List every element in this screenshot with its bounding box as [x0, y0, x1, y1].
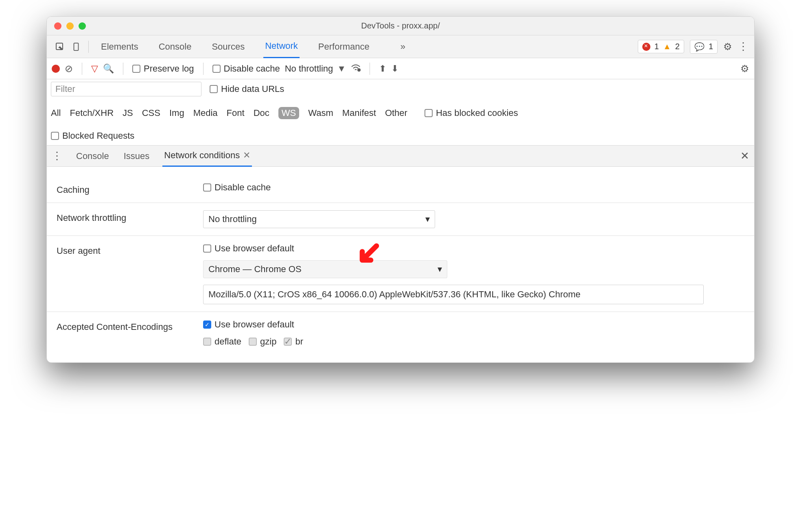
search-icon[interactable]: 🔍 — [103, 63, 114, 74]
enc-br-checkbox[interactable]: ✓br — [284, 336, 303, 347]
tab-network[interactable]: Network — [263, 35, 300, 58]
clear-icon[interactable]: ⊘ — [65, 63, 73, 74]
titlebar: DevTools - proxx.app/ — [47, 17, 754, 35]
hide-data-urls-checkbox[interactable]: Hide data URLs — [210, 84, 284, 94]
more-tabs-icon[interactable]: » — [400, 41, 405, 52]
tab-performance[interactable]: Performance — [317, 36, 371, 58]
filter-fetchxhr[interactable]: Fetch/XHR — [70, 108, 114, 118]
filter-manifest[interactable]: Manifest — [342, 108, 376, 118]
network-conditions-panel: Caching Disable cache Network throttling… — [47, 167, 754, 362]
drawer-tab-issues[interactable]: Issues — [122, 146, 151, 166]
kebab-menu-icon[interactable]: ⋮ — [738, 40, 749, 53]
filter-js[interactable]: JS — [123, 108, 133, 118]
filter-other[interactable]: Other — [385, 108, 407, 118]
svg-point-2 — [358, 69, 360, 71]
ua-use-default-checkbox[interactable]: Use browser default — [203, 243, 744, 254]
disable-cache-checkbox[interactable]: Disable cache — [212, 63, 280, 74]
tab-sources[interactable]: Sources — [210, 36, 246, 58]
export-har-icon[interactable]: ⬇ — [391, 63, 398, 74]
window-title: DevTools - proxx.app/ — [47, 21, 754, 31]
svg-rect-1 — [74, 43, 79, 50]
throttling-label: Network throttling — [57, 210, 203, 228]
main-tabstrip: Elements Console Sources Network Perform… — [47, 35, 754, 58]
import-har-icon[interactable]: ⬆ — [379, 63, 386, 74]
network-settings-icon[interactable]: ⚙ — [740, 63, 749, 74]
chevron-down-icon: ▼ — [337, 63, 346, 74]
message-icon: 💬 — [694, 42, 705, 52]
separator — [123, 63, 123, 75]
filter-all[interactable]: All — [51, 108, 61, 118]
separator — [370, 63, 370, 75]
chevron-down-icon: ▾ — [438, 264, 442, 275]
filter-font[interactable]: Font — [227, 108, 245, 118]
drawer-tabstrip: ⋮ Console Issues Network conditions ✕ ✕ — [47, 146, 754, 167]
error-icon — [642, 43, 650, 51]
user-agent-string-input[interactable]: Mozilla/5.0 (X11; CrOS x86_64 10066.0.0)… — [203, 285, 704, 304]
settings-icon[interactable]: ⚙ — [723, 41, 732, 52]
warning-count: 2 — [675, 42, 680, 51]
separator — [88, 41, 89, 53]
separator — [203, 63, 204, 75]
user-agent-row: User agent Use browser default Chrome — … — [47, 236, 754, 312]
close-tab-icon[interactable]: ✕ — [243, 150, 250, 161]
user-agent-select[interactable]: Chrome — Chrome OS ▾ — [203, 260, 447, 278]
messages-pill[interactable]: 💬 1 — [690, 40, 718, 54]
throttling-select[interactable]: No throttling ▼ — [285, 63, 346, 74]
warning-icon: ▲ — [663, 42, 671, 51]
content-encodings-row: Accepted Content-Encodings ✓Use browser … — [47, 312, 754, 354]
drawer-menu-icon[interactable]: ⋮ — [52, 150, 63, 162]
caching-label: Caching — [57, 182, 203, 195]
enc-use-default-checkbox[interactable]: ✓Use browser default — [203, 319, 744, 330]
filter-input[interactable]: Filter — [51, 82, 201, 96]
preserve-log-checkbox[interactable]: Preserve log — [132, 63, 194, 74]
throttling-select-drawer[interactable]: No throttling ▾ — [203, 210, 435, 228]
content-encodings-label: Accepted Content-Encodings — [57, 319, 203, 347]
filter-icon[interactable]: ▽ — [91, 63, 98, 74]
filter-bar: Filter Hide data URLs All Fetch/XHR JS C… — [47, 79, 754, 146]
device-toggle-icon[interactable] — [68, 39, 84, 55]
filter-doc[interactable]: Doc — [254, 108, 269, 118]
message-count: 1 — [709, 42, 713, 51]
tabstrip-right: 1 ▲ 2 💬 1 ⚙ ⋮ — [638, 40, 749, 54]
caching-row: Caching Disable cache — [47, 175, 754, 203]
record-button[interactable] — [52, 65, 60, 73]
user-agent-label: User agent — [57, 243, 203, 304]
error-count: 1 — [654, 42, 659, 51]
resource-type-filters: All Fetch/XHR JS CSS Img Media Font Doc … — [51, 107, 750, 119]
throttling-row: Network throttling No throttling ▾ — [47, 203, 754, 236]
encoding-options: deflate gzip ✓br — [203, 336, 744, 347]
enc-gzip-checkbox[interactable]: gzip — [249, 336, 276, 347]
drawer-tab-network-conditions[interactable]: Network conditions ✕ — [162, 145, 252, 167]
issues-pill[interactable]: 1 ▲ 2 — [638, 40, 684, 53]
has-blocked-cookies-checkbox[interactable]: Has blocked cookies — [425, 108, 518, 118]
network-conditions-icon[interactable] — [351, 63, 361, 74]
enc-deflate-checkbox[interactable]: deflate — [203, 336, 241, 347]
filter-img[interactable]: Img — [169, 108, 184, 118]
filter-media[interactable]: Media — [193, 108, 218, 118]
drawer-tab-console[interactable]: Console — [74, 146, 111, 166]
filter-wasm[interactable]: Wasm — [308, 108, 333, 118]
chevron-down-icon: ▾ — [425, 214, 430, 225]
filter-css[interactable]: CSS — [142, 108, 160, 118]
tab-console[interactable]: Console — [157, 36, 193, 58]
inspect-icon[interactable] — [52, 39, 68, 55]
network-toolbar: ⊘ ▽ 🔍 Preserve log Disable cache No thro… — [47, 58, 754, 79]
drawer-close-icon[interactable]: ✕ — [740, 150, 749, 162]
disable-cache-checkbox-drawer[interactable]: Disable cache — [203, 182, 744, 193]
blocked-requests-checkbox[interactable]: Blocked Requests — [51, 131, 134, 141]
tab-elements[interactable]: Elements — [99, 36, 140, 58]
devtools-window: DevTools - proxx.app/ Elements Console S… — [46, 16, 755, 363]
separator — [82, 63, 82, 75]
filter-ws[interactable]: WS — [278, 107, 299, 119]
panel-tabs: Elements Console Sources Network Perform… — [99, 35, 405, 58]
